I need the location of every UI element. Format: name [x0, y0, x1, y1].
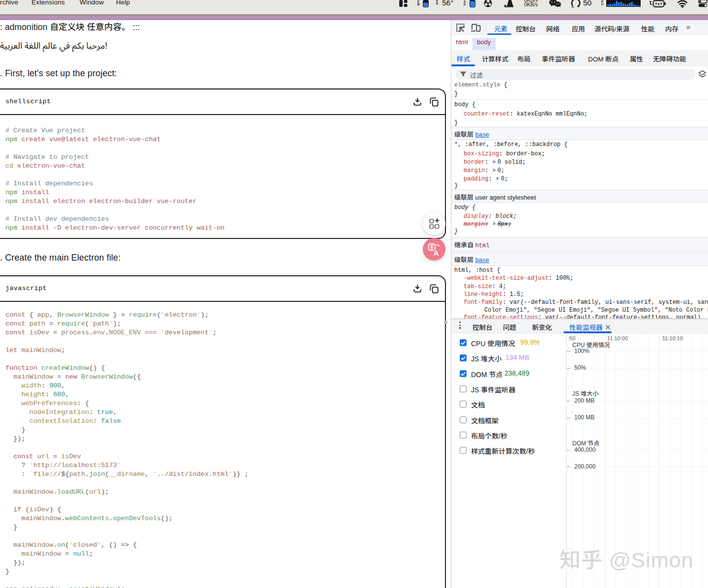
svg-text:A: A [434, 249, 439, 257]
